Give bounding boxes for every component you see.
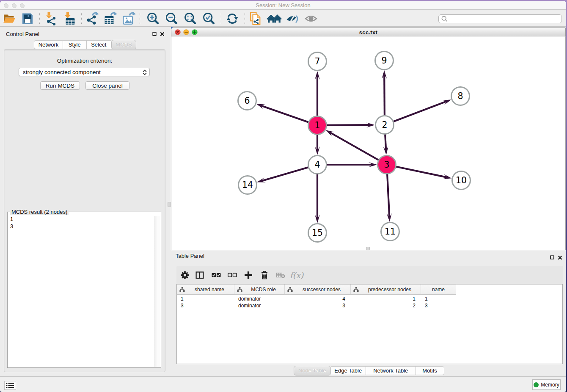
table-panel-close-icon[interactable]: [557, 255, 562, 260]
table-cell-r0-c4[interactable]: 1: [425, 295, 456, 302]
memory-button[interactable]: Memory: [532, 379, 561, 390]
node-table: shared nameMCDS rolesuccessor nodesprede…: [176, 284, 563, 364]
zoom-in-icon[interactable]: [146, 11, 161, 26]
graph-node-label-14: 14: [242, 180, 253, 190]
optimization-criterion-label: Optimization criterion:: [0, 58, 169, 64]
search-input[interactable]: [450, 16, 561, 22]
tab-edge-table[interactable]: Edge Table: [331, 366, 366, 375]
delete-icon[interactable]: [257, 266, 272, 284]
export-table-icon[interactable]: [103, 11, 118, 26]
open-file-icon[interactable]: [2, 11, 17, 26]
table-panel-float-icon[interactable]: [550, 255, 555, 260]
table-cell-r0-c2[interactable]: 4: [285, 295, 345, 302]
gear-icon[interactable]: [178, 266, 192, 284]
table-cell-r1-c1[interactable]: dominator: [238, 302, 284, 309]
graph-node-label-4: 4: [314, 160, 320, 170]
search-icon: [441, 15, 448, 22]
table-toolbar: f(x): [176, 266, 563, 284]
import-network-icon[interactable]: [44, 11, 59, 26]
graph-node-label-7: 7: [314, 56, 320, 66]
tab-select[interactable]: Select: [87, 40, 112, 49]
table-cell-r1-c3[interactable]: 2: [351, 302, 416, 309]
criterion-dropdown[interactable]: strongly connected component: [19, 68, 150, 76]
edge-2-8[interactable]: [385, 101, 447, 125]
table-cell-r1-c0[interactable]: 3: [181, 302, 234, 309]
table-panel-title: Table Panel: [176, 253, 204, 259]
control-panel-tabs: NetworkStyleSelectMCDS: [34, 40, 136, 49]
control-panel-title: Control Panel: [6, 31, 39, 37]
toolbar-separator: [140, 12, 140, 24]
main-titlebar: Session: New Session: [0, 1, 566, 10]
vertical-splitter-handle[interactable]: [168, 202, 171, 207]
graph-node-label-2: 2: [382, 120, 387, 130]
tab-style[interactable]: Style: [63, 40, 87, 49]
export-image-icon[interactable]: [121, 11, 137, 26]
unselect-all-icon[interactable]: [225, 266, 239, 284]
clone-network-icon[interactable]: [248, 11, 264, 26]
close-panel-button[interactable]: Close panel: [85, 81, 129, 90]
node-table-header: shared nameMCDS rolesuccessor nodesprede…: [177, 284, 456, 295]
tab-mcds[interactable]: MCDS: [111, 40, 136, 50]
network-canvas[interactable]: 7968124314101511: [171, 36, 566, 250]
table-cell-r1-c2[interactable]: 3: [285, 302, 345, 309]
control-panel-close-icon[interactable]: [160, 31, 165, 36]
hide-details-icon[interactable]: [285, 11, 300, 26]
table-cell-r0-c3[interactable]: 1: [351, 295, 416, 302]
table-cell-r0-c0[interactable]: 1: [181, 295, 234, 302]
toolbar-separator: [39, 12, 40, 24]
table-panel-tabs: Node TableEdge TableNetwork TableMotifs: [294, 366, 444, 375]
column-label: predecessor nodes: [359, 287, 421, 293]
select-all-icon[interactable]: [209, 266, 223, 284]
show-details-icon[interactable]: [304, 11, 319, 26]
save-session-icon[interactable]: [20, 11, 35, 26]
edge-3-1[interactable]: [330, 133, 387, 165]
graph-node-label-15: 15: [312, 228, 323, 238]
function-builder-icon: f(x): [289, 266, 304, 284]
graph-node-label-10: 10: [456, 175, 467, 185]
tab-network[interactable]: Network: [34, 40, 63, 49]
network-window-title: scc.txt: [171, 29, 565, 36]
tab-node-table[interactable]: Node Table: [294, 366, 331, 375]
zoom-out-icon[interactable]: [164, 11, 179, 26]
column-header-MCDS-role[interactable]: MCDS role: [234, 284, 285, 294]
result-list-scrollbar[interactable]: [154, 216, 160, 367]
frame-focus-corner: [171, 27, 173, 29]
mcds-result-list[interactable]: 13: [8, 213, 160, 367]
mcds-result-item[interactable]: 3: [10, 223, 160, 230]
home-icon[interactable]: [267, 11, 282, 26]
zoom-fit-icon[interactable]: [183, 11, 198, 26]
task-history-button[interactable]: [4, 381, 16, 390]
shared-column-icon: [237, 287, 242, 292]
network-view-window: scc.txt 7968124314101511: [171, 27, 566, 250]
control-panel-float-icon[interactable]: [152, 31, 157, 36]
column-header-predecessor-nodes[interactable]: predecessor nodes: [351, 284, 421, 294]
dropdown-spinner-icon: [143, 69, 147, 75]
column-label: successor nodes: [293, 287, 350, 293]
toolbar-separator: [245, 12, 245, 24]
add-icon[interactable]: [241, 266, 256, 284]
import-table-icon[interactable]: [63, 11, 78, 26]
tab-motifs[interactable]: Motifs: [416, 366, 444, 375]
table-cell-r1-c4[interactable]: 3: [425, 302, 456, 309]
column-header-name[interactable]: name: [421, 284, 456, 294]
graph-node-label-9: 9: [381, 55, 387, 66]
network-graph: 7968124314101511: [171, 36, 565, 250]
mcds-result-item[interactable]: 1: [10, 215, 160, 223]
tab-network-table[interactable]: Network Table: [366, 366, 416, 375]
column-header-successor-nodes[interactable]: successor nodes: [285, 284, 351, 294]
horizontal-splitter-handle[interactable]: [366, 247, 370, 250]
table-cell-r0-c1[interactable]: dominator: [238, 295, 284, 302]
network-window-titlebar[interactable]: scc.txt: [171, 27, 566, 36]
graph-node-label-6: 6: [244, 96, 250, 106]
refresh-icon[interactable]: [225, 11, 240, 26]
zoom-selected-icon[interactable]: [201, 11, 217, 26]
columns-icon[interactable]: [193, 266, 207, 284]
search-field[interactable]: [438, 14, 562, 23]
run-mcds-button[interactable]: Run MCDS: [40, 81, 80, 90]
session-title: Session: New Session: [0, 2, 566, 8]
desktop-background: Session: New Session: [0, 0, 567, 392]
column-header-shared-name[interactable]: shared name: [177, 284, 234, 294]
app-window: Session: New Session: [0, 1, 566, 392]
export-network-icon[interactable]: [85, 11, 100, 26]
memory-status-icon: [534, 382, 539, 387]
